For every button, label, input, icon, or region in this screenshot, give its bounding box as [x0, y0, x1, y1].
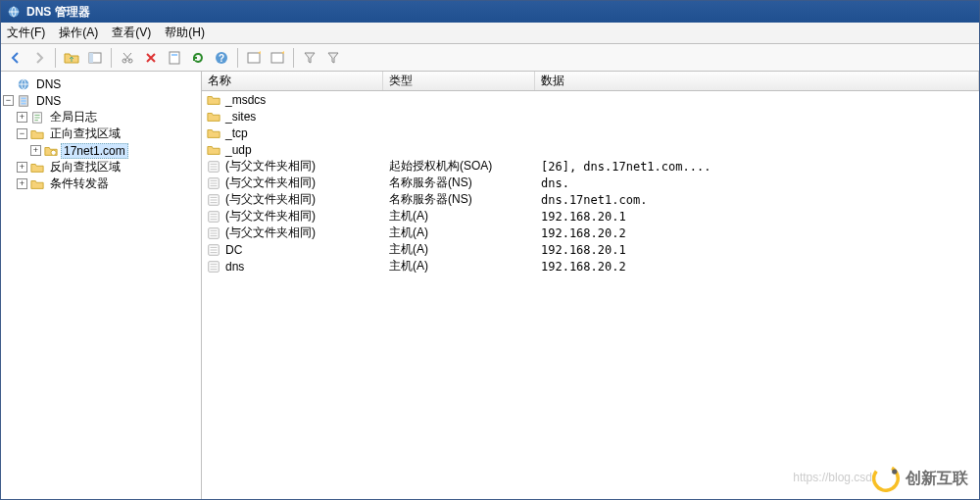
panel-button[interactable]	[84, 47, 106, 69]
expander-plus[interactable]: +	[17, 162, 27, 173]
cell-data: 192.168.20.2	[535, 260, 979, 274]
tree-conditional[interactable]: + 条件转发器	[3, 175, 199, 192]
expander-plus[interactable]: +	[17, 178, 27, 189]
refresh-button[interactable]	[187, 47, 209, 69]
tree-global-log[interactable]: + 全局日志	[3, 109, 199, 125]
table-row[interactable]: (与父文件夹相同)名称服务器(NS)dns.17net1.com.	[202, 191, 979, 208]
watermark-logo-icon	[872, 465, 900, 492]
cell-name: (与父文件夹相同)	[202, 175, 383, 191]
menu-help[interactable]: 帮助(H)	[165, 25, 205, 41]
cell-type: 起始授权机构(SOA)	[383, 158, 535, 175]
table-row[interactable]: (与父文件夹相同)起始授权机构(SOA)[26], dns.17net1.com…	[202, 158, 979, 175]
record-icon	[206, 226, 221, 240]
cell-name: _sites	[202, 110, 383, 124]
cell-name: _udp	[202, 143, 383, 157]
folder-icon	[206, 93, 221, 107]
cell-type: 主机(A)	[383, 258, 535, 275]
row-name: _sites	[225, 110, 256, 124]
back-icon	[8, 50, 24, 66]
record-icon	[206, 193, 221, 207]
column-name[interactable]: 名称	[202, 72, 383, 90]
expander-minus[interactable]: −	[17, 128, 27, 139]
cell-type: 主机(A)	[383, 208, 535, 225]
expander-plus[interactable]: +	[30, 145, 41, 156]
tree-server-dns[interactable]: − DNS	[3, 92, 199, 109]
titlebar: DNS 管理器	[1, 1, 979, 23]
column-headers: 名称 类型 数据	[202, 72, 979, 91]
cell-name: _msdcs	[202, 93, 383, 107]
properties-button[interactable]	[164, 47, 185, 69]
up-icon	[64, 50, 79, 66]
column-type[interactable]: 类型	[383, 72, 535, 90]
delete-button[interactable]	[140, 47, 162, 69]
table-row[interactable]: (与父文件夹相同)主机(A)192.168.20.2	[202, 225, 979, 241]
tree-label: 17net1.com	[61, 143, 128, 159]
cell-type: 主机(A)	[383, 241, 535, 258]
row-name: (与父文件夹相同)	[225, 158, 316, 175]
cell-type: 名称服务器(NS)	[383, 175, 535, 191]
toolbar-separator	[55, 48, 56, 68]
cell-data: dns.	[535, 176, 979, 190]
tree-panel[interactable]: DNS − DNS + 全局日志 − 正向查找区域 + 17net1.com	[1, 72, 202, 499]
cell-data: [26], dns.17net1.com....	[535, 160, 979, 174]
tree-label: DNS	[33, 94, 64, 108]
zone-icon	[43, 144, 59, 158]
cell-name: dns	[202, 260, 383, 274]
tree-label: 正向查找区域	[47, 125, 123, 142]
expander-minus[interactable]: −	[3, 95, 14, 106]
table-row[interactable]: (与父文件夹相同)名称服务器(NS)dns.	[202, 175, 979, 191]
row-name: (与父文件夹相同)	[225, 208, 316, 225]
cell-type: 名称服务器(NS)	[383, 191, 535, 208]
help-icon	[214, 50, 229, 66]
delete-icon	[143, 50, 159, 66]
forward-icon	[31, 50, 47, 66]
row-name: dns	[225, 260, 244, 274]
menu-view[interactable]: 查看(V)	[112, 25, 151, 41]
folder-icon	[206, 110, 221, 124]
tree-reverse-zone[interactable]: + 反向查找区域	[3, 159, 199, 175]
app-icon	[7, 5, 21, 19]
table-row[interactable]: _sites	[202, 108, 979, 125]
cell-type: 主机(A)	[383, 225, 535, 241]
new-icon	[270, 50, 285, 66]
menubar: 文件(F) 操作(A) 查看(V) 帮助(H)	[1, 23, 979, 44]
column-data[interactable]: 数据	[535, 72, 979, 90]
tree-label: DNS	[33, 77, 64, 91]
new-button[interactable]	[243, 47, 265, 69]
table-row[interactable]: dns主机(A)192.168.20.2	[202, 258, 979, 275]
filter-button[interactable]	[299, 47, 320, 69]
expander-plus[interactable]: +	[17, 112, 27, 123]
details-panel: 名称 类型 数据 _msdcs_sites_tcp_udp(与父文件夹相同)起始…	[202, 72, 979, 499]
records-list[interactable]: _msdcs_sites_tcp_udp(与父文件夹相同)起始授权机构(SOA)…	[202, 91, 979, 499]
forward-button[interactable]	[28, 47, 50, 69]
table-row[interactable]: DC主机(A)192.168.20.1	[202, 241, 979, 258]
tree-forward-zone[interactable]: − 正向查找区域	[3, 125, 199, 142]
folder-icon	[29, 161, 45, 175]
back-button[interactable]	[5, 47, 26, 69]
record-icon	[206, 260, 221, 274]
log-icon	[29, 111, 45, 125]
cell-data: 192.168.20.1	[535, 243, 979, 257]
filter2-button[interactable]	[322, 47, 344, 69]
cell-name: (与父文件夹相同)	[202, 225, 383, 241]
menu-file[interactable]: 文件(F)	[7, 25, 45, 41]
table-row[interactable]: (与父文件夹相同)主机(A)192.168.20.1	[202, 208, 979, 225]
table-row[interactable]: _tcp	[202, 125, 979, 141]
cell-data: 192.168.20.2	[535, 226, 979, 240]
row-name: DC	[225, 243, 242, 257]
up-button[interactable]	[61, 47, 82, 69]
properties-icon	[167, 50, 182, 66]
tree-label: 反向查找区域	[47, 159, 123, 175]
new2-button[interactable]	[267, 47, 288, 69]
row-name: (与父文件夹相同)	[225, 191, 316, 208]
cut-button[interactable]	[117, 47, 138, 69]
tree-root-dns[interactable]: DNS	[3, 75, 199, 92]
table-row[interactable]: _msdcs	[202, 91, 979, 108]
tree-zone-17net1[interactable]: + 17net1.com	[3, 142, 199, 159]
window-title: DNS 管理器	[26, 4, 90, 21]
table-row[interactable]: _udp	[202, 141, 979, 158]
menu-action[interactable]: 操作(A)	[59, 25, 98, 41]
help-button[interactable]	[211, 47, 232, 69]
row-name: _udp	[225, 143, 252, 157]
filter-icon	[302, 50, 318, 66]
